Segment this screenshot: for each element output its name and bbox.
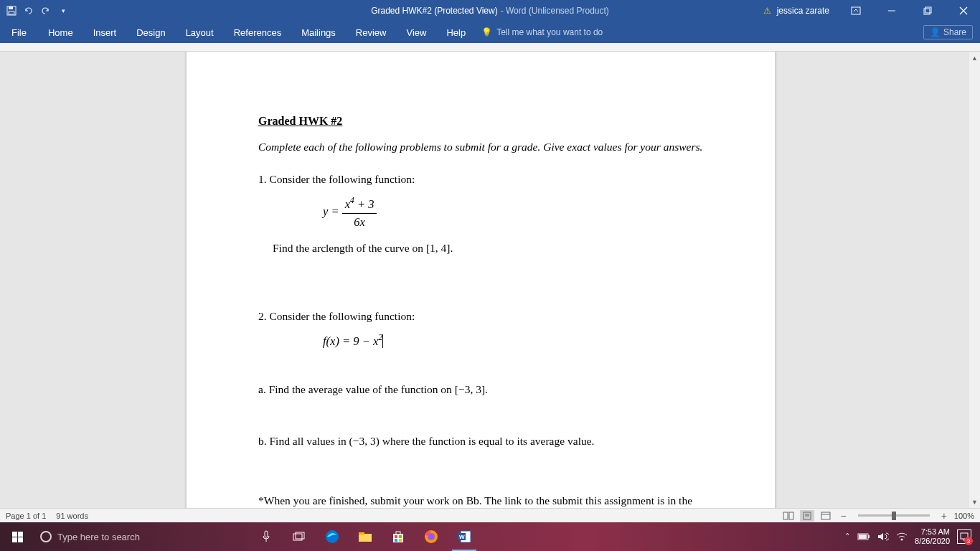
clock-date: 8/26/2020 [915,537,950,546]
eq-num-var: x [345,197,350,211]
tab-home[interactable]: Home [38,22,83,43]
save-icon[interactable] [6,5,17,17]
share-button[interactable]: 👤 Share [923,25,973,39]
zoom-thumb[interactable] [892,512,896,520]
tab-file[interactable]: File [0,22,38,43]
zoom-slider[interactable] [858,514,930,517]
cortana-icon [40,531,52,542]
zoom-in-button[interactable]: + [938,510,950,522]
text-cursor [382,334,383,348]
svg-rect-10 [789,512,793,519]
problem2a: a. Find the average value of the functio… [258,382,703,397]
svg-rect-18 [293,534,302,540]
svg-rect-14 [821,512,830,519]
problem1-intro: 1. Consider the following function: [258,171,703,187]
status-left: Page 1 of 1 91 words [6,512,88,520]
firefox-icon[interactable] [415,522,448,551]
ribbon-collapsed [0,43,980,52]
file-explorer-icon[interactable] [349,522,382,551]
document-area[interactable]: Graded HWK #2 Complete each of the follo… [0,52,968,508]
edge-icon[interactable] [316,522,349,551]
read-mode-icon[interactable] [781,510,796,522]
tab-help[interactable]: Help [436,22,476,43]
eq-denominator: 6x [342,214,377,231]
clock-time: 7:53 AM [915,527,950,537]
tell-me-search[interactable]: 💡 Tell me what you want to do [481,27,603,37]
volume-icon[interactable] [877,532,889,542]
submission-note: *When you are finished, submit your work… [258,493,703,508]
start-button[interactable] [0,522,34,551]
document-page[interactable]: Graded HWK #2 Complete each of the follo… [187,52,775,508]
mic-icon[interactable] [250,522,283,551]
redo-icon[interactable] [40,5,52,17]
tab-mailings[interactable]: Mailings [291,22,346,43]
window-title: Graded HWK#2 (Protected View) - Word (Un… [371,6,609,16]
zoom-out-button[interactable]: − [837,510,849,522]
quick-access-toolbar: ▾ [0,5,69,17]
web-layout-icon[interactable] [819,510,833,522]
svg-rect-28 [399,539,402,542]
tab-review[interactable]: Review [346,22,397,43]
taskbar-clock[interactable]: 7:53 AM 8/26/2020 [915,527,950,546]
doc-instructions: Complete each of the following problems … [258,139,703,155]
maximize-button[interactable] [911,0,944,22]
problem1-task: Find the arclength of the curve on [1, 4… [258,240,703,256]
share-label: Share [943,27,966,37]
taskbar-search[interactable]: Type here to search [34,522,250,551]
lightbulb-icon: 💡 [481,27,492,37]
store-icon[interactable] [382,522,415,551]
svg-rect-26 [399,535,402,538]
share-icon: 👤 [930,27,941,37]
tab-insert[interactable]: Insert [83,22,127,43]
tab-layout[interactable]: Layout [176,22,224,43]
tell-me-placeholder: Tell me what you want to do [496,27,603,37]
eq-lhs: y = [323,204,339,218]
document-content: Graded HWK #2 Complete each of the follo… [258,113,703,508]
svg-rect-25 [395,535,397,538]
user-name[interactable]: jessica zarate [777,6,829,16]
problem2-equation: f(x) = 9 − x2 [258,331,703,349]
svg-rect-2 [9,11,14,14]
task-view-icon[interactable] [283,522,316,551]
word-count[interactable]: 91 words [56,512,88,520]
undo-icon[interactable] [23,5,34,17]
footnote-text: *When you are finished, submit your work… [258,494,692,508]
search-placeholder: Type here to search [57,532,140,542]
problem2-intro: 2. Consider the following function: [258,309,703,324]
notification-badge: 3 [964,537,973,545]
eq-num-const: + 3 [354,197,374,211]
page-indicator[interactable]: Page 1 of 1 [6,512,46,520]
tray-chevron-icon[interactable]: ˄ [845,532,850,542]
status-bar: Page 1 of 1 91 words − + 100% [0,508,980,522]
battery-icon[interactable] [857,533,870,540]
ribbon-options-icon[interactable] [839,0,872,22]
tab-view[interactable]: View [396,22,436,43]
close-button[interactable] [947,0,980,22]
notifications-icon[interactable]: 3 [957,529,971,544]
svg-rect-22 [359,532,364,535]
minimize-button[interactable] [875,0,908,22]
print-layout-icon[interactable] [800,510,814,522]
problem2b: b. Find all values in (−3, 3) where the … [258,433,703,449]
scroll-down-icon[interactable]: ▼ [969,496,980,508]
wifi-icon[interactable] [896,532,908,541]
eq-numerator: x4 + 3 [342,194,377,213]
titlebar-right: ⚠ jessica zarate [763,0,980,22]
status-right: − + 100% [781,510,974,522]
windows-taskbar: Type here to search W ˄ 7:53 AM 8/26/202… [0,522,980,551]
tab-design[interactable]: Design [126,22,175,43]
zoom-level[interactable]: 100% [954,512,974,520]
system-tray: ˄ 7:53 AM 8/26/2020 3 [845,522,980,551]
ribbon-tabs: File Home Insert Design Layout Reference… [0,22,980,43]
scroll-up-icon[interactable]: ▲ [969,52,980,64]
taskbar-apps: W [250,522,481,551]
workspace: Graded HWK #2 Complete each of the follo… [0,52,980,508]
svg-rect-35 [868,535,870,538]
vertical-scrollbar[interactable]: ▲ ▼ [968,52,980,508]
qat-dropdown-icon[interactable]: ▾ [57,5,69,17]
eq2-body: f(x) = 9 − x [323,334,378,348]
tab-references[interactable]: References [224,22,291,43]
word-icon[interactable]: W [448,522,481,551]
svg-rect-6 [925,7,931,13]
problem1-equation: y = x4 + 3 6x [258,194,703,230]
